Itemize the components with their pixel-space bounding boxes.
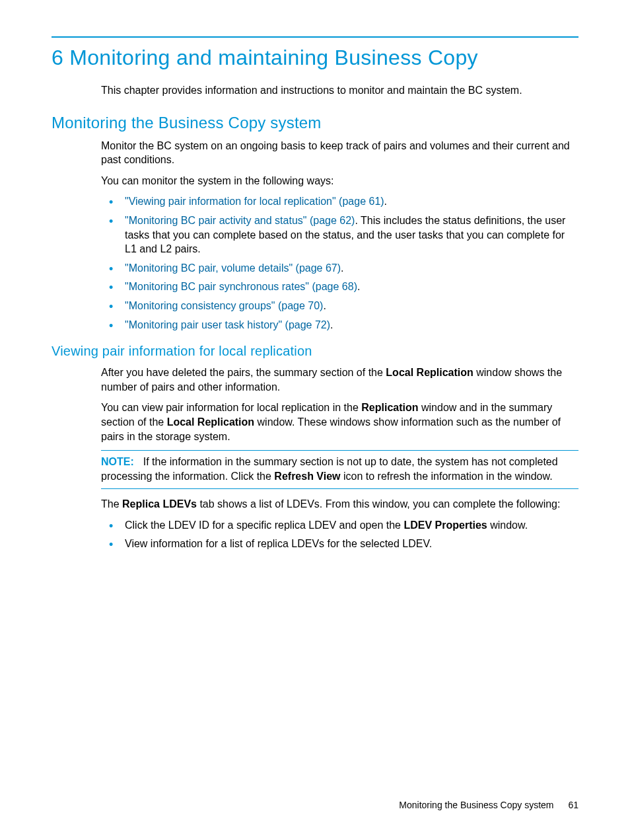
replica-ldevs-list: Click the LDEV ID for a specific replica… <box>101 518 578 551</box>
section-monitoring-title: Monitoring the Business Copy system <box>52 114 578 132</box>
text: The <box>101 498 122 510</box>
text: Click the LDEV ID for a specific replica… <box>125 519 403 531</box>
note-label: NOTE: <box>101 456 134 467</box>
text: You can view pair information for local … <box>101 402 361 413</box>
list-item: "Monitoring BC pair, volume details" (pa… <box>101 261 578 276</box>
bold-replica-ldevs: Replica LDEVs <box>122 498 197 510</box>
list-item: "Monitoring BC pair activity and status"… <box>101 213 578 256</box>
text: After you have deleted the pairs, the su… <box>101 367 386 378</box>
section2-p2: You can view pair information for local … <box>101 401 578 443</box>
list-item: View information for a list of replica L… <box>101 537 578 551</box>
text: window. <box>487 519 528 531</box>
note-text-post: icon to refresh the information in the w… <box>341 471 553 482</box>
page-footer: Monitoring the Business Copy system 61 <box>399 800 578 810</box>
section2-p3: The Replica LDEVs tab shows a list of LD… <box>101 497 578 512</box>
list-item-tail: . <box>330 319 333 330</box>
list-item: Click the LDEV ID for a specific replica… <box>101 518 578 533</box>
list-item: "Monitoring consistency groups" (page 70… <box>101 299 578 313</box>
link-monitoring-consistency-groups[interactable]: "Monitoring consistency groups" (page 70… <box>125 300 323 311</box>
footer-section-text: Monitoring the Business Copy system <box>399 800 553 810</box>
note-block: NOTE:If the information in the summary s… <box>101 450 578 489</box>
bold-local-replication-2: Local Replication <box>167 416 254 428</box>
bold-refresh-view: Refresh View <box>274 471 340 482</box>
link-monitoring-activity-status[interactable]: "Monitoring BC pair activity and status"… <box>125 215 355 226</box>
top-rule <box>52 36 578 38</box>
bold-ldev-properties: LDEV Properties <box>403 519 487 531</box>
footer-page-number: 61 <box>568 800 578 810</box>
bold-local-replication: Local Replication <box>386 367 473 378</box>
section2-p1: After you have deleted the pairs, the su… <box>101 365 578 394</box>
section1-p1: Monitor the BC system on an ongoing basi… <box>101 139 578 167</box>
subsection-viewing-pair-info-title: Viewing pair information for local repli… <box>52 344 578 359</box>
list-item-tail: . <box>323 300 326 311</box>
chapter-title: 6 Monitoring and maintaining Business Co… <box>52 46 578 70</box>
text: tab shows a list of LDEVs. From this win… <box>197 498 560 510</box>
list-item: "Monitoring pair user task history" (pag… <box>101 318 578 332</box>
list-item-tail: . <box>341 262 343 274</box>
text: View information for a list of replica L… <box>125 538 432 549</box>
page-container: 6 Monitoring and maintaining Business Co… <box>0 0 630 586</box>
list-item: "Monitoring BC pair synchronous rates" (… <box>101 280 578 294</box>
bold-replication: Replication <box>361 402 418 413</box>
list-item-tail: . <box>357 281 360 292</box>
link-monitoring-task-history[interactable]: "Monitoring pair user task history" (pag… <box>125 319 330 330</box>
list-item-tail: . <box>384 196 387 207</box>
link-monitoring-sync-rates[interactable]: "Monitoring BC pair synchronous rates" (… <box>125 281 357 292</box>
chapter-intro: This chapter provides information and in… <box>101 83 578 98</box>
monitoring-ways-list: "Viewing pair information for local repl… <box>101 194 578 332</box>
list-item: "Viewing pair information for local repl… <box>101 194 578 209</box>
section1-p2: You can monitor the system in the follow… <box>101 174 578 188</box>
link-viewing-pair-info[interactable]: "Viewing pair information for local repl… <box>125 196 384 207</box>
link-monitoring-volume-details[interactable]: "Monitoring BC pair, volume details" (pa… <box>125 262 341 274</box>
